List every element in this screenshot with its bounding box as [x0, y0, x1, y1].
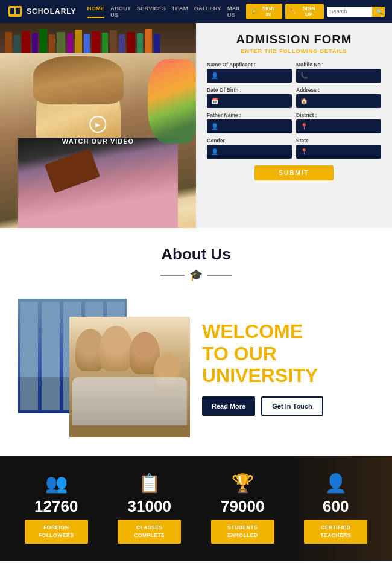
welcome-line3: UNIVERSITY	[202, 364, 374, 387]
state-label: State	[296, 138, 381, 144]
state-input-wrap: 📍	[296, 145, 381, 159]
state-field-group: State 📍	[296, 138, 381, 159]
followers-number: 12760	[34, 497, 78, 516]
gender-input-wrap: 👤	[207, 145, 292, 159]
address-input-wrap: 🏠	[296, 94, 381, 108]
trophy-icon: 🏆	[232, 472, 254, 494]
admission-form-panel: ADMISSION FORM ENTER THE FOLLOWING DETAI…	[196, 23, 392, 228]
navbar: SCHOLARLY HOME ABOUT US SERVICES TEAM GA…	[0, 0, 392, 23]
form-title: ADMISSION FORM	[207, 33, 381, 46]
district-field-group: District : 📍	[296, 112, 381, 133]
signup-label: SIGN UP	[299, 5, 319, 17]
flowers	[148, 59, 196, 144]
hero-image-panel: ▶ WATCH OUR VIDEO	[0, 23, 196, 228]
get-in-touch-button[interactable]: Get In Touch	[261, 396, 323, 416]
name-label: Name Of Applicant :	[207, 62, 292, 68]
nav-home[interactable]: HOME	[87, 5, 105, 18]
gender-label: Gender	[207, 138, 292, 144]
about-section: About Us 🎓	[0, 228, 392, 299]
father-field-group: Father Name : 👤	[207, 112, 292, 133]
address-input[interactable]	[311, 98, 377, 104]
form-fields: Name Of Applicant : 👤 Mobile No : 📞 Date…	[207, 62, 381, 180]
nav-gallery[interactable]: GALLERY	[194, 5, 221, 18]
gender-input[interactable]	[221, 149, 288, 155]
submit-row: SUBMIT	[207, 165, 381, 180]
logo-area: SCHOLARLY	[7, 4, 77, 19]
father-input-wrap: 👤	[207, 119, 292, 133]
watch-video-overlay[interactable]: ▶ WATCH OUR VIDEO	[62, 116, 134, 146]
nav-mail[interactable]: MAIL US	[227, 5, 241, 18]
address-field-group: Address : 🏠	[296, 87, 381, 108]
svg-rect-1	[10, 8, 14, 14]
welcome-text: WELCOME TO OUR UNIVERSITY	[202, 320, 374, 387]
district-input[interactable]	[311, 124, 377, 130]
name-input[interactable]	[221, 73, 288, 79]
father-input[interactable]	[221, 124, 288, 130]
search-button[interactable]: 🔍	[372, 7, 385, 17]
play-button[interactable]: ▶	[89, 116, 106, 133]
state-icon: 📍	[300, 148, 308, 155]
nav-right: 🔓 SIGN IN ✏️ SIGN UP 🔍	[246, 4, 385, 19]
mobile-label: Mobile No :	[296, 62, 381, 68]
about-content: WELCOME TO OUR UNIVERSITY Read More Get …	[0, 299, 392, 456]
followers-label-btn[interactable]: FOREIGNFOLLOWERS	[25, 520, 88, 544]
about-image-front	[69, 317, 190, 437]
district-icon: 📍	[300, 123, 308, 130]
classes-icon: 📋	[138, 472, 160, 494]
calendar-icon: 📅	[211, 98, 218, 104]
mobile-input[interactable]	[311, 73, 377, 79]
about-divider: 🎓	[12, 269, 380, 282]
home-icon: 🏠	[300, 98, 308, 104]
welcome-line1: WELCOME	[202, 320, 374, 343]
dob-input[interactable]	[221, 98, 288, 104]
watch-video-label: WATCH OUR VIDEO	[62, 138, 134, 145]
submit-button[interactable]: SUBMIT	[254, 165, 333, 180]
signup-button[interactable]: ✏️ SIGN UP	[285, 4, 324, 19]
graduation-icon: 🎓	[189, 269, 203, 282]
phone-icon: 📞	[300, 72, 308, 79]
gender-field-group: Gender 👤	[207, 138, 292, 159]
father-icon: 👤	[211, 123, 218, 130]
read-more-button[interactable]: Read More	[202, 396, 255, 416]
signin-label: SIGN IN	[259, 5, 277, 17]
divider-left	[160, 275, 185, 276]
dob-field-group: Date Of Birth : 📅	[207, 87, 292, 108]
stat-item-followers: 👥 12760 FOREIGNFOLLOWERS	[25, 472, 88, 544]
logo-text: SCHOLARLY	[27, 7, 77, 16]
dob-label: Date Of Birth :	[207, 87, 292, 93]
students-number: 79000	[221, 497, 264, 516]
stat-item-classes: 📋 31000 CLASSESCOMPLETE	[118, 472, 181, 544]
followers-icon: 👥	[45, 472, 68, 494]
district-label: District :	[296, 112, 381, 118]
students-label-btn[interactable]: STUDENTSENROLLED	[211, 520, 274, 544]
nav-about[interactable]: ABOUT US	[110, 5, 131, 18]
name-input-wrap: 👤	[207, 69, 292, 83]
name-icon: 👤	[211, 72, 218, 79]
signin-button[interactable]: 🔓 SIGN IN	[246, 4, 282, 19]
signup-icon: ✏️	[290, 8, 297, 14]
hero-section: ▶ WATCH OUR VIDEO ADMISSION FORM ENTER T…	[0, 23, 392, 228]
welcome-line2: TO OUR	[202, 343, 374, 365]
form-subtitle: ENTER THE FOLLOWING DETAILS	[207, 48, 381, 54]
nav-services[interactable]: SERVICES	[137, 5, 166, 18]
state-input[interactable]	[311, 149, 377, 155]
about-title: About Us	[12, 245, 380, 264]
teacher-icon: 👤	[324, 472, 347, 494]
search-input[interactable]	[327, 7, 372, 16]
search-box: 🔍	[327, 7, 385, 17]
classes-number: 31000	[128, 497, 171, 516]
stat-item-students: 🏆 79000 STUDENTSENROLLED	[211, 472, 274, 544]
signin-icon: 🔓	[251, 8, 258, 14]
teachers-number: 600	[323, 497, 349, 516]
classes-label-btn[interactable]: CLASSESCOMPLETE	[118, 520, 181, 544]
stat-item-teachers: 👤 600 CERTIFIEDTEACHERS	[304, 472, 367, 544]
stats-section: 👥 12760 FOREIGNFOLLOWERS 📋 31000 CLASSES…	[0, 456, 392, 561]
teachers-label-btn[interactable]: CERTIFIEDTEACHERS	[304, 520, 367, 544]
about-images	[18, 299, 190, 437]
mobile-field-group: Mobile No : 📞	[296, 62, 381, 83]
district-input-wrap: 📍	[296, 119, 381, 133]
nav-team[interactable]: TEAM	[172, 5, 188, 18]
about-text: WELCOME TO OUR UNIVERSITY Read More Get …	[202, 320, 374, 416]
father-label: Father Name :	[207, 112, 292, 118]
mobile-input-wrap: 📞	[296, 69, 381, 83]
